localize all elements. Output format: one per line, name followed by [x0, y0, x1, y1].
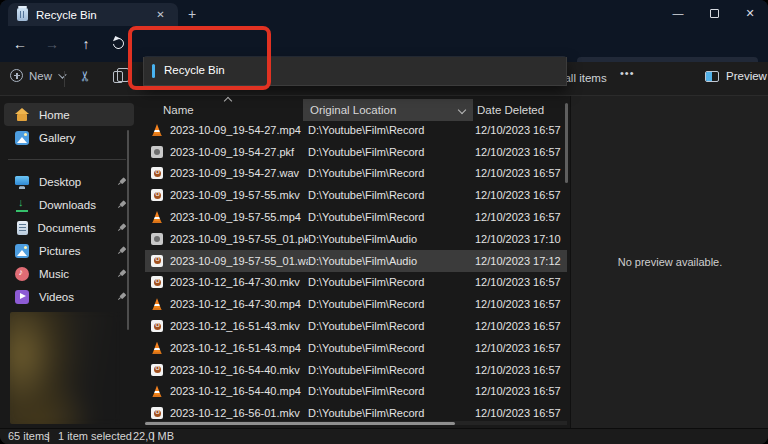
- forward-button[interactable]: →: [40, 32, 64, 56]
- column-header-name[interactable]: Name: [163, 104, 194, 116]
- minimize-button[interactable]: —: [660, 0, 696, 26]
- audio-video-file-icon: [151, 364, 163, 376]
- table-row[interactable]: 2023-10-09_19-57-55.mkv D:\Youtube\Film\…: [145, 184, 567, 206]
- plus-circle-icon: [10, 69, 23, 82]
- filter-chevron-icon[interactable]: [458, 106, 466, 114]
- vertical-scrollbar[interactable]: [565, 100, 568, 418]
- status-divider: |: [47, 430, 50, 442]
- sidebar-item-downloads[interactable]: Downloads: [4, 193, 134, 216]
- preview-pane: No preview available.: [570, 96, 768, 428]
- horizontal-scrollbar[interactable]: [145, 421, 567, 425]
- file-explorer-window: Recycle Bin ✕ + — ✕ ← → ↑ Recycle Bin ✕ …: [0, 0, 768, 444]
- vlc-media-icon: [151, 298, 163, 310]
- vlc-media-icon: [151, 385, 163, 397]
- pin-icon: [115, 267, 128, 280]
- sort-ascending-icon: [224, 97, 232, 105]
- table-row[interactable]: 2023-10-09_19-57-55_01.wav D:\Youtube\Fi…: [145, 250, 567, 272]
- pin-icon: [115, 244, 128, 257]
- file-list: Name Original Location Date Deleted 2023…: [145, 96, 570, 428]
- table-row[interactable]: 2023-10-09_19-57-55_01.pkf D:\Youtube\Fi…: [145, 228, 567, 250]
- up-button[interactable]: ↑: [74, 32, 98, 56]
- sidebar: Home Gallery Desktop Downloads Documents…: [0, 96, 140, 428]
- downloads-icon: [15, 198, 29, 212]
- documents-icon: [17, 221, 28, 235]
- no-preview-message: No preview available.: [571, 256, 768, 268]
- sidebar-item-videos[interactable]: Videos: [4, 285, 134, 308]
- recycle-bin-icon: [17, 8, 28, 21]
- sidebar-item-music[interactable]: Music: [4, 262, 134, 285]
- new-tab-button[interactable]: +: [183, 5, 201, 23]
- copy-button[interactable]: [113, 71, 123, 83]
- audio-video-file-icon: [151, 276, 163, 288]
- toolbar-divider: [64, 71, 65, 87]
- sidebar-item-documents[interactable]: Documents: [4, 216, 134, 239]
- table-row[interactable]: 2023-10-12_16-47-30.mkv D:\Youtube\Film\…: [145, 272, 567, 294]
- item-count: 65 items: [8, 430, 50, 442]
- preview-toggle-label: Preview: [726, 70, 767, 82]
- see-more-button[interactable]: •••: [620, 67, 635, 79]
- preview-pane-icon: [705, 71, 719, 82]
- red-highlight-annotation: [128, 26, 271, 90]
- tab-recycle-bin[interactable]: Recycle Bin ✕: [8, 3, 178, 26]
- selection-count: 1 item selected: [58, 430, 132, 442]
- table-row[interactable]: 2023-10-09_19-57-55.mp4 D:\Youtube\Film\…: [145, 206, 567, 228]
- sidebar-item-home[interactable]: Home: [4, 103, 134, 126]
- sidebar-item-desktop[interactable]: Desktop: [4, 170, 134, 193]
- pin-icon: [115, 290, 128, 303]
- videos-icon: [15, 290, 29, 304]
- vlc-media-icon: [151, 211, 163, 223]
- file-rows: 2023-10-09_19-54-27.mp4 D:\Youtube\Film\…: [145, 119, 567, 424]
- table-row[interactable]: 2023-10-12_16-54-40.mp4 D:\Youtube\Film\…: [145, 381, 567, 403]
- title-bar: Recycle Bin ✕ + — ✕: [0, 0, 768, 26]
- vlc-media-icon: [151, 124, 163, 136]
- window-controls: — ✕: [660, 0, 768, 26]
- new-button[interactable]: New: [10, 69, 64, 82]
- new-button-label: New: [29, 70, 52, 82]
- audio-video-file-icon: [151, 189, 163, 201]
- desktop-icon: [15, 175, 29, 189]
- peak-file-icon: [151, 146, 163, 158]
- pictures-icon: [15, 244, 29, 258]
- blurred-thumbnail: [10, 312, 120, 424]
- table-row[interactable]: 2023-10-12_16-47-30.mp4 D:\Youtube\Film\…: [145, 293, 567, 315]
- list-header: Name Original Location Date Deleted: [145, 98, 570, 121]
- preview-toggle[interactable]: Preview: [705, 70, 767, 82]
- pin-icon: [115, 198, 128, 211]
- maximize-button[interactable]: [696, 0, 732, 26]
- sidebar-item-gallery[interactable]: Gallery: [4, 126, 134, 149]
- peak-file-icon: [151, 233, 163, 245]
- maximize-icon: [710, 9, 719, 18]
- status-divider: |: [152, 430, 155, 442]
- cut-button[interactable]: ✂: [77, 70, 93, 82]
- chevron-down-icon: [58, 70, 66, 78]
- table-row[interactable]: 2023-10-09_19-54-27.wav D:\Youtube\Film\…: [145, 163, 567, 185]
- sidebar-divider: [8, 159, 126, 160]
- table-row[interactable]: 2023-10-12_16-54-40.mkv D:\Youtube\Film\…: [145, 359, 567, 381]
- table-row[interactable]: 2023-10-12_16-51-43.mkv D:\Youtube\Film\…: [145, 315, 567, 337]
- table-row[interactable]: 2023-10-12_16-51-43.mp4 D:\Youtube\Film\…: [145, 337, 567, 359]
- close-button[interactable]: ✕: [732, 0, 768, 26]
- column-header-date-deleted[interactable]: Date Deleted: [477, 104, 544, 116]
- table-row[interactable]: 2023-10-09_19-54-27.pkf D:\Youtube\Film\…: [145, 141, 567, 163]
- audio-video-file-icon: [151, 407, 163, 419]
- status-bar: 65 items | 1 item selected 22,0 MB |: [0, 428, 768, 444]
- column-header-original-location[interactable]: Original Location: [303, 99, 473, 121]
- audio-video-file-icon: [151, 255, 163, 267]
- sidebar-item-pictures[interactable]: Pictures: [4, 239, 134, 262]
- pin-icon: [115, 221, 128, 234]
- tab-title: Recycle Bin: [36, 9, 97, 21]
- table-row[interactable]: 2023-10-09_19-54-27.mp4 D:\Youtube\Film\…: [145, 119, 567, 141]
- tab-close-icon[interactable]: ✕: [153, 7, 168, 22]
- gallery-icon: [15, 131, 29, 145]
- audio-video-file-icon: [151, 167, 163, 179]
- audio-video-file-icon: [151, 320, 163, 332]
- pin-icon: [115, 175, 128, 188]
- home-icon: [15, 108, 29, 122]
- back-button[interactable]: ←: [8, 32, 32, 56]
- music-icon: [15, 267, 29, 281]
- vlc-media-icon: [151, 342, 163, 354]
